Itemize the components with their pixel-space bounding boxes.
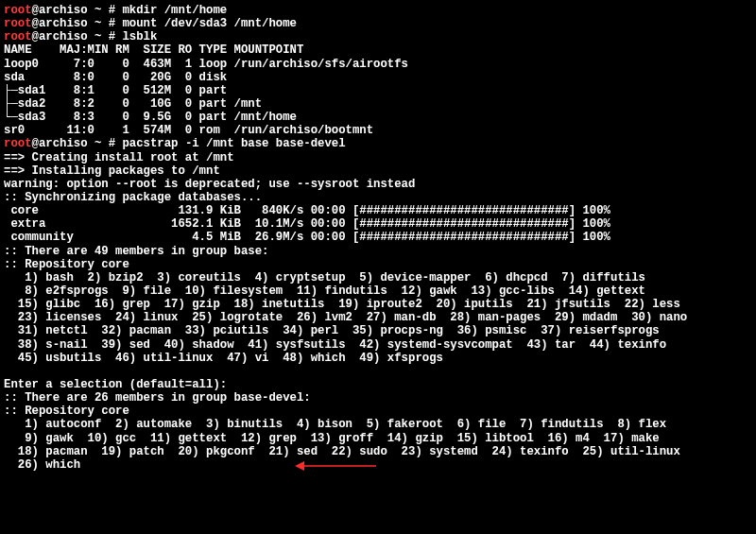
prompt-host: @archiso ~ #	[32, 17, 123, 30]
prompt-host: @archiso ~ #	[32, 4, 123, 17]
cmd-lsblk: lsblk	[122, 30, 157, 43]
cmd-mount: mount /dev/sda3 /mnt/home	[122, 17, 296, 30]
download-progress: core 131.9 KiB 840K/s 00:00 [###########…	[4, 204, 610, 217]
download-progress: community 4.5 MiB 26.9M/s 00:00 [#######…	[4, 231, 610, 244]
base-group-header: :: There are 49 members in group base:	[4, 245, 268, 258]
base-package-line: 15) glibc 16) grep 17) gzip 18) inetutil…	[4, 298, 680, 311]
devel-package-line: 9) gawk 10) gcc 11) gettext 12) grep 13)…	[4, 432, 660, 445]
lsblk-row: sda 8:0 0 20G 0 disk	[4, 71, 227, 84]
base-package-line: 31) netctl 32) pacman 33) pciutils 34) p…	[4, 324, 660, 337]
devel-package-line: 26) which	[4, 458, 80, 472]
lsblk-row: loop0 7:0 0 463M 1 loop /run/archiso/sfs…	[4, 58, 408, 71]
base-package-line: 8) e2fsprogs 9) file 10) filesystem 11) …	[4, 284, 645, 298]
prompt-host: @archiso ~ #	[32, 30, 123, 43]
cmd-pacstrap: pacstrap -i /mnt base base-devel	[122, 137, 345, 150]
pacstrap-warning: warning: option --root is deprecated; us…	[4, 178, 415, 191]
pacstrap-creating: ==> Creating install root at /mnt	[4, 151, 234, 164]
lsblk-header: NAME MAJ:MIN RM SIZE RO TYPE MOUNTPOINT	[4, 43, 303, 57]
lsblk-row: ├─sda2 8:2 0 10G 0 part /mnt	[4, 97, 262, 111]
download-progress: extra 1652.1 KiB 10.1M/s 00:00 [########…	[4, 217, 610, 231]
terminal[interactable]: root@archiso ~ # mkdir /mnt/home root@ar…	[0, 0, 756, 475]
base-package-line: 38) s-nail 39) sed 40) shadow 41) sysfsu…	[4, 338, 666, 352]
lsblk-row: ├─sda1 8:1 0 512M 0 part	[4, 84, 227, 97]
cmd-mkdir: mkdir /mnt/home	[122, 4, 227, 17]
devel-package-line: 18) pacman 19) patch 20) pkgconf 21) sed…	[4, 445, 680, 458]
lsblk-row: └─sda3 8:3 0 9.5G 0 part /mnt/home	[4, 111, 297, 124]
base-package-line: 45) usbutils 46) util-linux 47) vi 48) w…	[4, 352, 443, 365]
prompt-user: root	[4, 137, 32, 150]
prompt-user: root	[4, 30, 32, 43]
devel-group-header: :: There are 26 members in group base-de…	[4, 391, 311, 405]
base-package-line: 23) licenses 24) linux 25) logrotate 26)…	[4, 311, 687, 324]
repo-core-label: :: Repository core	[4, 405, 129, 418]
pacstrap-installing: ==> Installing packages to /mnt	[4, 164, 220, 178]
repo-core-label: :: Repository core	[4, 258, 129, 271]
devel-package-line: 1) autoconf 2) automake 3) binutils 4) b…	[4, 418, 666, 431]
pacstrap-sync: :: Synchronizing package databases...	[4, 191, 262, 204]
prompt-host: @archiso ~ #	[32, 137, 123, 150]
base-package-line: 1) bash 2) bzip2 3) coreutils 4) cryptse…	[4, 271, 645, 284]
prompt-user: root	[4, 17, 32, 30]
prompt-user: root	[4, 4, 32, 17]
selection-prompt[interactable]: Enter a selection (default=all):	[4, 378, 234, 391]
lsblk-row: sr0 11:0 1 574M 0 rom /run/archiso/bootm…	[4, 124, 373, 137]
